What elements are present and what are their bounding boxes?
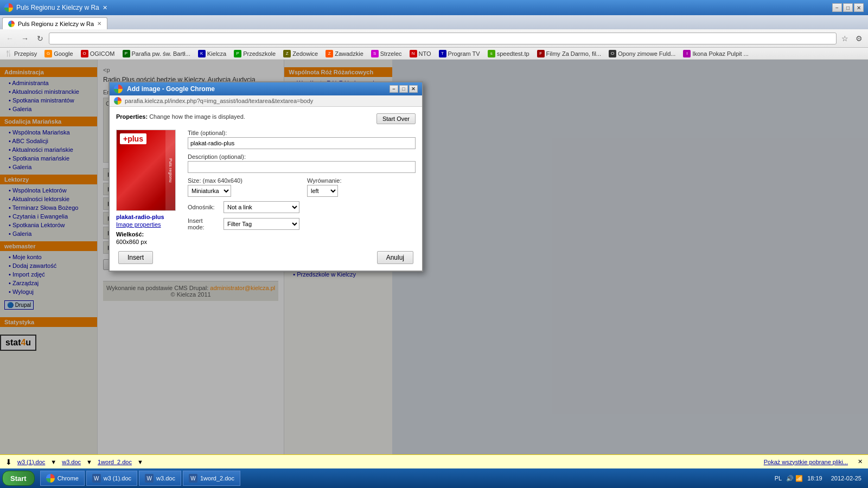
bookmark-speedtest[interactable]: s speedtest.tp bbox=[486, 49, 531, 58]
title-bar-left: Puls Regionu z Kielczy w Ra ✕ bbox=[4, 3, 107, 12]
download-item-1[interactable]: w3 (1).doc bbox=[17, 459, 45, 465]
start-over-button[interactable]: Start Over bbox=[376, 113, 416, 124]
bookmark-przedszkole[interactable]: P Przedszkole bbox=[232, 49, 277, 58]
download-icon: ⬇ bbox=[5, 458, 12, 466]
title-label: Title (optional): bbox=[188, 130, 416, 136]
back-button[interactable]: ← bbox=[3, 32, 16, 45]
align-label: Wyrównanie: bbox=[307, 177, 416, 184]
modal-props-desc: Change how the image is displayed. bbox=[149, 113, 245, 120]
image-properties-link[interactable]: Image properties bbox=[116, 221, 181, 228]
tab-bar: Puls Regionu z Kielczy w Ra ✕ bbox=[0, 15, 868, 29]
bookmark-label: Przedszkole bbox=[243, 50, 276, 57]
insert-button[interactable]: Insert bbox=[118, 251, 153, 264]
size-select[interactable]: Miniaturka Mała Duża Oryginalna bbox=[188, 185, 231, 197]
insert-mode-select[interactable]: Filter Tag Inline Link bbox=[224, 218, 299, 230]
modal-header-row: Properties: Change how the image is disp… bbox=[116, 113, 416, 124]
taskbar-app-1word[interactable]: W 1word_2.doc bbox=[183, 471, 240, 486]
word-taskbar-icon-1: W bbox=[92, 474, 101, 483]
modal-title: Add image - Google Chrome bbox=[127, 85, 215, 93]
bookmark-google[interactable]: G Google bbox=[43, 49, 74, 58]
cancel-button[interactable]: Anuluj bbox=[377, 251, 413, 264]
modal-minimize-button[interactable]: − bbox=[390, 85, 398, 93]
odnosnik-select[interactable]: Not a link Link to original image Custom… bbox=[224, 201, 299, 213]
refresh-button[interactable]: ↻ bbox=[34, 32, 47, 45]
modal-title-left: Add image - Google Chrome bbox=[114, 85, 215, 93]
chrome-taskbar-icon bbox=[46, 474, 55, 483]
bookmark-label: Kielcza bbox=[207, 50, 226, 57]
forward-button[interactable]: → bbox=[18, 32, 31, 45]
bookmark-icon: Z bbox=[326, 50, 333, 57]
tab-close-x[interactable]: ✕ bbox=[103, 4, 107, 11]
taskbar-app-chrome[interactable]: Chrome bbox=[40, 471, 85, 486]
modal-titlebar: Add image - Google Chrome − □ ✕ bbox=[110, 82, 422, 95]
odnosnik-row: Odnośnik: Not a link Link to original im… bbox=[188, 201, 416, 213]
modal-footer-buttons: Insert Anuluj bbox=[116, 251, 416, 264]
modal-close-button[interactable]: ✕ bbox=[409, 85, 418, 93]
modal-address-text: parafia.kielcza.pl/index.php?q=img_assis… bbox=[125, 98, 313, 104]
bookmark-label: Ikona Pokaz Pulpit ... bbox=[692, 50, 748, 57]
maximize-button[interactable]: □ bbox=[843, 3, 853, 12]
browser-window: Puls Regionu z Kielczy w Ra ✕ − □ ✕ Puls… bbox=[0, 0, 868, 488]
bookmark-label: Przepisy bbox=[14, 50, 37, 57]
bookmark-icon: s bbox=[488, 50, 495, 57]
bookmark-star-icon[interactable]: ☆ bbox=[839, 33, 851, 44]
bookmark-icon: K bbox=[198, 50, 206, 57]
bookmark-zedowice[interactable]: Z Zedowice bbox=[282, 49, 320, 58]
browser-title: Puls Regionu z Kielczy w Ra bbox=[16, 4, 99, 11]
bookmark-opony[interactable]: O Opony zimowe Fuld... bbox=[607, 49, 677, 58]
download-item-3[interactable]: 1word_2.doc bbox=[98, 459, 132, 465]
bookmark-ikona[interactable]: I Ikona Pokaz Pulpit ... bbox=[681, 49, 750, 58]
download-item-2[interactable]: w3.doc bbox=[62, 459, 81, 465]
locale-indicator: PL bbox=[775, 475, 782, 481]
modal-properties-text: Properties: Change how the image is disp… bbox=[116, 113, 245, 120]
word-taskbar-icon-3: W bbox=[189, 474, 197, 483]
bookmark-label: Program TV bbox=[448, 50, 480, 57]
bookmark-label: Opony zimowe Fuld... bbox=[618, 50, 675, 57]
start-button[interactable]: Start bbox=[2, 471, 35, 486]
bookmark-label: Google bbox=[54, 50, 73, 57]
bookmark-zawadzkie[interactable]: Z Zawadzkie bbox=[324, 49, 365, 58]
bookmark-icon: N bbox=[410, 50, 417, 57]
wrench-icon[interactable]: ⚙ bbox=[853, 33, 865, 44]
bookmark-icon: F bbox=[537, 50, 545, 57]
bookmark-program-tv[interactable]: T Program TV bbox=[437, 49, 482, 58]
bookmark-przepisy[interactable]: 🍴 Przepisy bbox=[3, 49, 39, 57]
bookmark-filmy[interactable]: F Filmy Za Darmo, fil... bbox=[535, 49, 603, 58]
download-close-icon[interactable]: ✕ bbox=[858, 458, 863, 465]
address-bar[interactable]: parafia.kielcza.pl/node/80/edit bbox=[49, 33, 837, 44]
bookmark-icon: I bbox=[683, 50, 691, 57]
taskbar-app-label-1: w3 (1).doc bbox=[104, 475, 131, 481]
taskbar-app-w3-1[interactable]: W w3 (1).doc bbox=[86, 471, 137, 486]
bookmark-strzelec[interactable]: S Strzelec bbox=[369, 49, 404, 58]
bookmark-icon: O bbox=[81, 50, 88, 57]
taskbar-chrome-label: Chrome bbox=[58, 475, 79, 481]
bookmark-ogicom[interactable]: O OGICOM bbox=[79, 49, 117, 58]
show-all-downloads[interactable]: Pokaż wszystkie pobrane pliki... bbox=[764, 459, 848, 465]
minimize-button[interactable]: − bbox=[832, 3, 842, 12]
taskbar-app-label-3: 1word_2.doc bbox=[200, 475, 234, 481]
align-select[interactable]: left right center none bbox=[307, 185, 338, 197]
modal-address-bar: parafia.kielcza.pl/index.php?q=img_assis… bbox=[110, 95, 422, 107]
browser-tab[interactable]: Puls Regionu z Kielczy w Ra ✕ bbox=[2, 17, 107, 29]
bookmark-parafia[interactable]: P Parafia pw. św. Bartł... bbox=[121, 49, 192, 58]
modal-overlay: Add image - Google Chrome − □ ✕ parafia.… bbox=[0, 60, 868, 454]
taskbar-app-w3[interactable]: W w3.doc bbox=[139, 471, 181, 486]
page-area: Administracja Administranta Aktualności … bbox=[0, 60, 868, 454]
insert-mode-row: Insert mode: Filter Tag Inline Link bbox=[188, 217, 416, 230]
bookmark-label: NTO bbox=[419, 50, 431, 57]
bookmark-label: Filmy Za Darmo, fil... bbox=[546, 50, 601, 57]
description-input[interactable] bbox=[188, 161, 416, 173]
download-sep-2: ▼ bbox=[86, 459, 92, 465]
modal-controls: − □ ✕ bbox=[390, 85, 418, 93]
size-label: Size: (max 640x640) bbox=[188, 177, 296, 184]
modal-maximize-button[interactable]: □ bbox=[399, 85, 408, 93]
tab-close-button[interactable]: ✕ bbox=[97, 21, 101, 27]
bookmark-kielcza[interactable]: K Kielcza bbox=[196, 49, 228, 58]
title-input[interactable] bbox=[188, 137, 416, 149]
bookmark-icon: P bbox=[123, 50, 130, 57]
size-group: Size: (max 640x640) Miniaturka Mała Duża… bbox=[188, 177, 296, 197]
browser-icon bbox=[4, 3, 13, 12]
close-button[interactable]: ✕ bbox=[854, 3, 864, 12]
bookmark-nto[interactable]: N NTO bbox=[408, 49, 433, 58]
bookmark-label: Strzelec bbox=[380, 50, 402, 57]
